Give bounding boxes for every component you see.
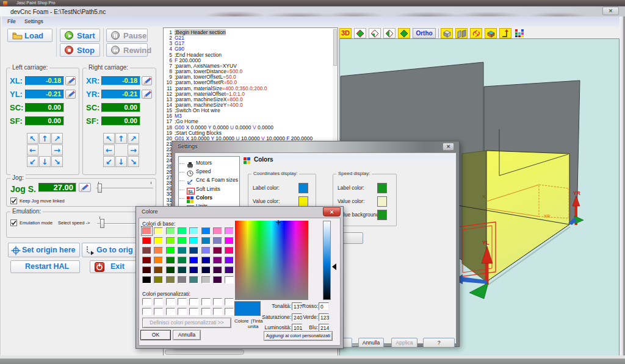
cancel-button[interactable]: Annulla xyxy=(173,330,201,340)
left-carriage-jog-up-right-button[interactable]: ↗ xyxy=(51,133,63,144)
ortho-button[interactable]: Ortho xyxy=(413,28,436,38)
iso-half-button[interactable] xyxy=(383,28,396,38)
define-custom-colors-button[interactable]: Definisci colori personalizzati >> xyxy=(142,318,231,328)
basic-color-swatch[interactable] xyxy=(178,247,187,254)
basic-color-swatch[interactable] xyxy=(213,257,222,264)
left-carriage-jog-up-button[interactable]: ↑ xyxy=(39,133,51,144)
right-carriage-jog-down-button[interactable]: ↓ xyxy=(115,156,127,167)
right-carriage-jog-down-left-button[interactable]: ↙ xyxy=(103,156,115,167)
keep-jog-linked-checkbox[interactable] xyxy=(10,198,17,204)
left-carriage-jog-up-left-button[interactable]: ↖ xyxy=(27,133,38,144)
settings-close-button[interactable]: ✕ xyxy=(443,143,454,151)
block-button[interactable] xyxy=(441,28,453,38)
basic-color-swatch[interactable] xyxy=(154,237,163,244)
restart-hal-button[interactable]: Restart HAL xyxy=(10,260,80,273)
rgb-field-input[interactable]: 0 xyxy=(319,302,329,310)
basic-color-swatch[interactable] xyxy=(189,227,198,235)
left-carriage-jog-down-button[interactable]: ↓ xyxy=(39,156,51,167)
emulation-speed-slider-thumb[interactable] xyxy=(100,219,104,228)
luminance-marker[interactable] xyxy=(332,263,336,270)
menu-settings[interactable]: Settings xyxy=(24,18,43,24)
go-to-origin-button[interactable]: Go to orig xyxy=(82,243,143,257)
basic-color-swatch[interactable] xyxy=(189,266,198,274)
settings-partial-button[interactable] xyxy=(342,232,363,244)
iso-wire-button[interactable] xyxy=(369,28,381,38)
rgb-field-input[interactable]: 123 xyxy=(319,313,329,321)
basic-color-swatch[interactable] xyxy=(178,276,187,284)
applica-button[interactable]: Applica xyxy=(391,338,417,348)
custom-color-swatch[interactable] xyxy=(166,298,175,305)
jog-edit-button[interactable] xyxy=(79,183,91,192)
basic-color-swatch[interactable] xyxy=(201,257,211,264)
basic-color-swatch[interactable] xyxy=(201,227,211,235)
gcode-hscroll-thumb[interactable] xyxy=(165,349,244,355)
window-close-button[interactable]: ✕ xyxy=(602,7,619,15)
basic-color-swatch[interactable] xyxy=(166,266,175,274)
basic-color-swatch[interactable] xyxy=(225,276,234,284)
custom-color-swatch[interactable] xyxy=(142,308,151,315)
right-carriage-jog-up-left-button[interactable]: ↖ xyxy=(103,133,115,144)
color-dialog-close-button[interactable]: ✕ xyxy=(323,207,341,216)
custom-color-swatch[interactable] xyxy=(178,308,187,315)
left-carriage-xl-edit-button[interactable] xyxy=(65,76,76,85)
basic-color-swatch[interactable] xyxy=(142,257,151,264)
gcode-horizontal-scrollbar[interactable] xyxy=(164,348,338,355)
add-custom-color-button[interactable]: Aggiungi ai colori personalizzati xyxy=(264,331,333,341)
basic-color-swatch[interactable] xyxy=(213,266,222,274)
custom-color-swatch[interactable] xyxy=(213,308,222,315)
basic-color-swatch[interactable] xyxy=(166,257,175,264)
left-carriage-jog-down-right-button[interactable]: ↘ xyxy=(51,156,63,167)
custom-color-swatch[interactable] xyxy=(225,308,234,315)
ok-button[interactable]: OK xyxy=(140,330,171,340)
basic-color-swatch[interactable] xyxy=(213,227,222,235)
basic-color-swatch[interactable] xyxy=(166,276,175,284)
basic-color-swatch[interactable] xyxy=(154,266,163,274)
material-button[interactable] xyxy=(485,28,497,38)
basic-color-swatch[interactable] xyxy=(178,257,187,264)
basic-color-swatch[interactable] xyxy=(201,247,211,254)
basic-color-swatch[interactable] xyxy=(201,237,211,244)
right-carriage-jog-right-button[interactable]: → xyxy=(128,145,139,155)
pause-button[interactable]: Pause xyxy=(106,29,148,42)
hsl-field-input[interactable]: 137 xyxy=(292,302,302,310)
custom-color-swatch[interactable] xyxy=(213,298,222,305)
custom-color-swatch[interactable] xyxy=(154,308,163,315)
palette-button[interactable] xyxy=(514,28,526,38)
basic-color-swatch[interactable] xyxy=(178,227,187,235)
right-carriage-xr-edit-button[interactable] xyxy=(142,76,152,85)
basic-color-swatch[interactable] xyxy=(142,247,151,254)
custom-color-swatch[interactable] xyxy=(142,298,151,305)
custom-color-swatch[interactable] xyxy=(154,298,163,305)
right-carriage-jog-down-right-button[interactable]: ↘ xyxy=(128,156,139,167)
iso-solid-button[interactable] xyxy=(354,28,366,38)
color-swatch-button[interactable] xyxy=(377,210,387,220)
emulation-mode-checkbox[interactable] xyxy=(10,219,17,226)
basic-color-swatch[interactable] xyxy=(213,276,222,284)
hue-saturation-field[interactable] xyxy=(235,221,308,300)
basic-color-swatch[interactable] xyxy=(225,257,234,264)
custom-color-swatch[interactable] xyxy=(189,298,198,305)
color-swatch-button[interactable] xyxy=(298,196,308,207)
rotate-button[interactable] xyxy=(470,28,482,38)
basic-color-swatch[interactable] xyxy=(201,276,211,284)
reset-view-button[interactable] xyxy=(499,28,511,38)
menu-file[interactable]: File xyxy=(7,18,16,24)
annulla-button[interactable]: Annulla xyxy=(358,338,384,348)
custom-color-swatch[interactable] xyxy=(166,308,175,315)
basic-color-swatch[interactable] xyxy=(225,237,234,244)
basic-color-swatch[interactable] xyxy=(225,247,234,254)
basic-color-swatch[interactable] xyxy=(166,227,175,235)
color-swatch-button[interactable] xyxy=(377,183,387,193)
right-carriage-jog-up-right-button[interactable]: ↗ xyxy=(128,133,139,144)
basic-color-swatch[interactable] xyxy=(189,276,198,284)
basic-color-swatch[interactable] xyxy=(154,257,163,264)
custom-color-swatch[interactable] xyxy=(225,298,234,305)
set-origin-button[interactable]: Set origin here xyxy=(8,243,80,257)
settings-dialog-titlebar[interactable]: Settings xyxy=(172,141,459,152)
jog-speed-slider-thumb[interactable] xyxy=(98,184,102,193)
basic-color-swatch[interactable] xyxy=(213,247,222,254)
color-swatch-button[interactable] xyxy=(298,183,308,193)
basic-color-swatch[interactable] xyxy=(142,227,151,235)
left-carriage-jog-left-button[interactable]: ← xyxy=(27,145,38,155)
rewind-button[interactable]: Rewind xyxy=(106,43,148,57)
